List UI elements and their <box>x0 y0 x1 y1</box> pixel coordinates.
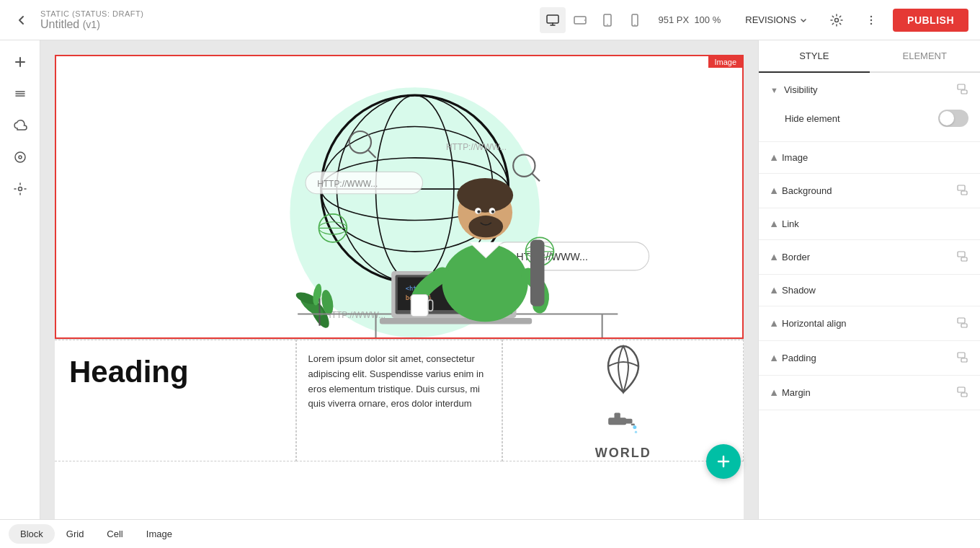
svg-point-60 <box>491 210 494 213</box>
panel-tabs: STYLE ELEMENT <box>759 40 980 73</box>
tablet-landscape-viewport-button[interactable] <box>567 7 593 33</box>
tab-element[interactable]: ELEMENT <box>870 40 981 71</box>
settings-button[interactable] <box>824 7 850 33</box>
visibility-chevron-icon: ▼ <box>770 86 778 94</box>
svg-rect-70 <box>631 424 635 426</box>
top-bar: STATIC (STATUS: DRAFT) Untitled (v1) 951… <box>0 0 980 40</box>
link-section: ▶ Link <box>759 208 980 240</box>
sidebar-settings-button[interactable] <box>7 176 33 202</box>
tap-icon <box>605 404 641 440</box>
canvas-area[interactable]: Image <box>40 40 758 519</box>
world-label: WORLD <box>595 446 651 461</box>
shadow-section: ▶ Shadow <box>759 275 980 306</box>
svg-point-9 <box>870 19 872 20</box>
border-chevron-icon: ▶ <box>769 255 778 260</box>
svg-rect-69 <box>625 419 632 424</box>
margin-label: Margin <box>782 387 951 398</box>
image-content: HTTP://WWW... HTTP://WWW... <box>56 56 742 337</box>
background-label: Background <box>782 185 951 196</box>
margin-section: ▶ Margin <box>759 376 980 410</box>
heading-block[interactable]: Heading <box>55 340 296 461</box>
background-header[interactable]: ▶ Background <box>759 174 980 208</box>
visibility-label: Visibility <box>784 84 951 95</box>
margin-header[interactable]: ▶ Margin <box>759 376 980 410</box>
padding-header[interactable]: ▶ Padding <box>759 341 980 375</box>
svg-point-2 <box>584 19 586 21</box>
revisions-button[interactable]: REVISIONS <box>738 10 815 30</box>
svg-rect-1 <box>574 17 586 24</box>
hide-element-toggle[interactable] <box>938 110 968 127</box>
svg-point-13 <box>18 187 22 191</box>
more-options-button[interactable] <box>858 7 884 33</box>
svg-rect-83 <box>958 387 965 392</box>
svg-text:HTTP://WWW...: HTTP://WWW... <box>446 142 507 152</box>
image-header[interactable]: ▶ Image <box>759 142 980 173</box>
link-chevron-icon: ▶ <box>769 221 778 227</box>
text-block[interactable]: Lorem ipsum dolor sit amet, consectetur … <box>296 340 503 461</box>
breadcrumb-cell[interactable]: Cell <box>95 524 134 544</box>
border-label: Border <box>782 252 951 262</box>
svg-rect-75 <box>958 185 965 190</box>
visibility-header[interactable]: ▼ Visibility <box>759 73 980 107</box>
margin-chevron-icon: ▶ <box>769 390 778 396</box>
breadcrumb-block[interactable]: Block <box>9 524 55 544</box>
layers-button[interactable] <box>7 81 33 107</box>
shadow-chevron-icon: ▶ <box>769 288 778 293</box>
svg-rect-54 <box>380 318 532 324</box>
airbnb-icon <box>598 340 649 398</box>
svg-point-4 <box>607 24 609 25</box>
svg-rect-0 <box>547 15 558 23</box>
image-label: Image <box>782 152 968 163</box>
paragraph-text: Lorem ipsum dolor sit amet, consectetur … <box>308 352 491 412</box>
link-header[interactable]: ▶ Link <box>759 208 980 239</box>
svg-rect-66 <box>530 240 545 306</box>
svg-point-10 <box>870 22 872 24</box>
image-block[interactable]: Image <box>55 55 744 339</box>
mobile-viewport-button[interactable] <box>622 7 648 33</box>
svg-point-6 <box>635 24 636 25</box>
right-panel: STYLE ELEMENT ▼ Visibility Hide element <box>758 40 980 519</box>
add-element-button[interactable] <box>7 49 33 75</box>
viewport-buttons: 951 PX 100 % <box>540 7 729 33</box>
svg-rect-74 <box>961 90 967 94</box>
breadcrumb-image[interactable]: Image <box>135 524 184 544</box>
shadow-header[interactable]: ▶ Shadow <box>759 275 980 306</box>
viewport-info: 951 PX 100 % <box>649 14 729 25</box>
margin-responsive-icon <box>957 386 968 399</box>
tablet-portrait-viewport-button[interactable] <box>594 7 620 33</box>
cloud-button[interactable] <box>7 112 33 138</box>
title-area: STATIC (STATUS: DRAFT) Untitled (v1) <box>40 9 143 31</box>
back-button[interactable] <box>12 10 32 30</box>
publish-button[interactable]: PUBLISH <box>893 9 968 32</box>
canvas-inner: Image <box>55 55 744 519</box>
toggle-knob <box>940 111 954 125</box>
visibility-responsive-icon <box>957 83 968 97</box>
hide-element-row: Hide element <box>785 107 968 130</box>
bottom-section: Heading Lorem ipsum dolor sit amet, cons… <box>55 339 744 461</box>
svg-point-72 <box>635 431 637 433</box>
svg-point-12 <box>19 156 22 159</box>
svg-point-7 <box>835 18 839 22</box>
border-responsive-icon <box>957 250 968 264</box>
background-chevron-icon: ▶ <box>769 188 778 194</box>
border-header[interactable]: ▶ Border <box>759 240 980 274</box>
navigator-button[interactable] <box>7 144 33 170</box>
breadcrumb-grid[interactable]: Grid <box>55 524 96 544</box>
desktop-viewport-button[interactable] <box>540 7 566 33</box>
hide-element-label: Hide element <box>785 113 840 124</box>
border-section: ▶ Border <box>759 240 980 275</box>
svg-rect-80 <box>961 324 967 327</box>
main-layout: Image <box>0 40 980 519</box>
svg-point-56 <box>457 178 513 213</box>
visibility-content: Hide element <box>759 107 980 141</box>
horizontal-align-header[interactable]: ▶ Horizontal align <box>759 306 980 340</box>
svg-rect-82 <box>961 358 967 362</box>
svg-rect-84 <box>961 393 967 397</box>
block-type-label: Image <box>708 56 742 68</box>
tab-style[interactable]: STYLE <box>759 40 870 73</box>
image-block-2[interactable]: WORLD <box>502 340 744 461</box>
padding-responsive-icon <box>957 351 968 365</box>
page-status: STATIC (STATUS: DRAFT) <box>40 9 143 18</box>
add-fab-button[interactable] <box>706 444 741 479</box>
link-label: Link <box>782 218 968 229</box>
